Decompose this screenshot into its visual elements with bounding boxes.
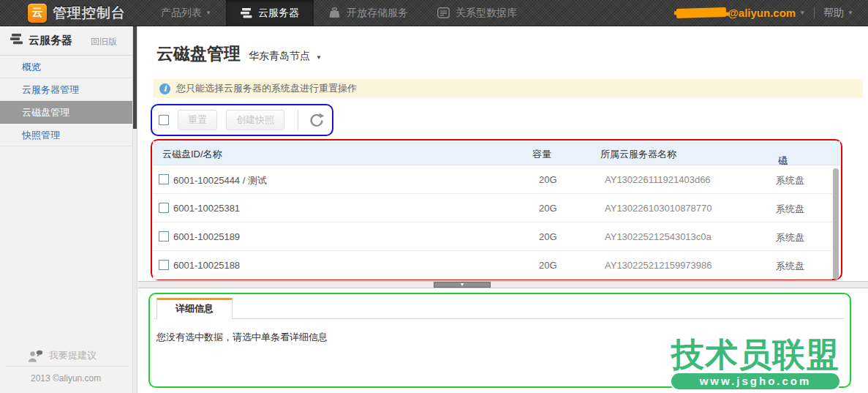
watermark: 技术员联盟 www.jsgho.com bbox=[671, 338, 839, 389]
splitter-handle[interactable]: ▼ bbox=[434, 282, 491, 288]
console-title: 管理控制台 bbox=[53, 4, 126, 23]
suggestion-link[interactable]: 我要提建议 bbox=[28, 349, 97, 362]
cell-disk-id: 6001-10025381 bbox=[173, 203, 240, 214]
nav-rds[interactable]: 关系型数据库 bbox=[423, 0, 532, 26]
sidebar-item-disk-mgmt[interactable]: 云磁盘管理 bbox=[0, 101, 137, 124]
sidebar-scrollbar[interactable] bbox=[132, 26, 137, 393]
cell-capacity: 20G bbox=[539, 231, 557, 242]
detail-tabbar: 详细信息 bbox=[154, 298, 845, 319]
refresh-icon bbox=[309, 113, 325, 128]
chevron-down-icon: ▼ bbox=[848, 10, 853, 16]
username-redacted[interactable] bbox=[676, 7, 726, 18]
page-header: 云磁盘管理 华东青岛节点 ▼ bbox=[156, 42, 322, 65]
cell-server: AY130225212543013c0a bbox=[605, 231, 712, 242]
aliyun-logo[interactable]: 云 管理控制台 bbox=[28, 4, 126, 23]
cell-server: AY130226103010878770 bbox=[605, 203, 712, 214]
cell-disk-type: 系统盘 bbox=[776, 174, 804, 187]
chevron-down-icon: ▼ bbox=[799, 10, 805, 16]
chevron-down-icon: ▼ bbox=[205, 10, 211, 16]
page-title: 云磁盘管理 bbox=[156, 42, 241, 65]
cell-disk-id: 6001-10025189 bbox=[173, 231, 240, 242]
sidebar: 云服务器 回旧版 概览 云服务器管理 云磁盘管理 快照管理 我要提建议 2013… bbox=[0, 26, 137, 393]
watermark-url: www.jsgho.com bbox=[671, 373, 839, 389]
storage-icon bbox=[328, 7, 341, 18]
sidebar-item-snapshot-mgmt[interactable]: 快照管理 bbox=[0, 124, 137, 146]
navbar-right: @aliyun.com ▼ 帮助 ▼ bbox=[676, 7, 853, 20]
table-row[interactable]: 6001-10025381 20G AY130226103010878770 系… bbox=[153, 194, 832, 222]
row-checkbox[interactable] bbox=[159, 231, 169, 242]
cell-capacity: 20G bbox=[539, 260, 557, 271]
info-icon: i bbox=[159, 83, 170, 94]
cell-disk-id: 6001-10025444 / 测试 bbox=[173, 174, 267, 187]
col-header-id: 云磁盘ID/名称 bbox=[162, 148, 222, 161]
person-speech-icon bbox=[28, 350, 43, 362]
sidebar-title: 云服务器 bbox=[29, 34, 72, 48]
help-menu[interactable]: 帮助 bbox=[823, 7, 844, 20]
cell-disk-type: 系统盘 bbox=[776, 231, 804, 244]
cell-disk-id: 6001-10025188 bbox=[173, 260, 240, 271]
sidebar-item-server-mgmt[interactable]: 云服务器管理 bbox=[0, 78, 137, 101]
server-icon bbox=[241, 8, 252, 18]
table-scrollbar-thumb[interactable] bbox=[833, 168, 839, 280]
main-content: 云磁盘管理 华东青岛节点 ▼ i 您只能选择云服务器的系统盘进行重置操作 重置 … bbox=[138, 26, 868, 393]
top-navbar: 云 管理控制台 产品列表 ▼ 云服务器 开放存储服务 bbox=[0, 0, 868, 26]
tab-detail-info[interactable]: 详细信息 bbox=[156, 298, 233, 319]
table-row[interactable]: 6001-10025189 20G AY130225212543013c0a 系… bbox=[153, 222, 832, 251]
col-header-capacity: 容量 bbox=[532, 148, 551, 161]
old-version-link[interactable]: 回旧版 bbox=[91, 36, 117, 48]
annotation-table-box: 云磁盘ID/名称 容量 所属云服务器名称 磁盘类型 ▼ 6001-1002544… bbox=[151, 139, 842, 280]
database-icon bbox=[437, 7, 450, 18]
toolbar-divider bbox=[298, 110, 298, 130]
console-window: 云 管理控制台 产品列表 ▼ 云服务器 开放存储服务 bbox=[0, 0, 868, 393]
detail-empty-message: 您没有选中数据，请选中单条看详细信息 bbox=[156, 331, 328, 344]
notice-text: 您只能选择云服务器的系统盘进行重置操作 bbox=[176, 82, 357, 95]
cell-capacity: 20G bbox=[539, 203, 557, 214]
sidebar-item-overview[interactable]: 概览 bbox=[0, 56, 137, 78]
chevron-down-icon: ▼ bbox=[316, 54, 322, 61]
nav-product-list[interactable]: 产品列表 ▼ bbox=[146, 0, 226, 26]
navbar-divider bbox=[814, 7, 815, 19]
col-header-server: 所属云服务器名称 bbox=[600, 148, 676, 161]
panel-splitter: ▼ bbox=[138, 281, 868, 288]
watermark-title: 技术员联盟 bbox=[671, 338, 839, 371]
annotation-toolbar-box: 重置 创建快照 bbox=[151, 104, 333, 136]
nav-cloud-server[interactable]: 云服务器 bbox=[226, 0, 314, 26]
table-row[interactable]: 6001-10025188 20G AY130225212159973986 系… bbox=[153, 251, 832, 280]
copyright: 2013 ©aliyun.com bbox=[6, 366, 128, 393]
notice-bar: i 您只能选择云服务器的系统盘进行重置操作 bbox=[154, 79, 863, 98]
row-checkbox[interactable] bbox=[159, 260, 169, 270]
cell-disk-type: 系统盘 bbox=[776, 203, 804, 216]
cell-server: AY130226111921403d66 bbox=[605, 174, 711, 185]
cell-capacity: 20G bbox=[539, 174, 557, 185]
sidebar-header: 云服务器 回旧版 bbox=[0, 26, 137, 56]
row-checkbox[interactable] bbox=[159, 203, 169, 213]
sidebar-scrollbar-thumb[interactable] bbox=[133, 26, 137, 129]
region-selector[interactable]: 华东青岛节点 ▼ bbox=[249, 50, 322, 63]
top-nav-menu: 产品列表 ▼ 云服务器 开放存储服务 关系型数据库 bbox=[146, 0, 532, 26]
row-checkbox[interactable] bbox=[159, 174, 169, 184]
sidebar-menu: 概览 云服务器管理 云磁盘管理 快照管理 bbox=[0, 56, 137, 146]
aliyun-cloud-icon: 云 bbox=[28, 4, 47, 23]
server-icon bbox=[10, 34, 23, 48]
table-row[interactable]: 6001-10025444 / 测试 20G AY130226111921403… bbox=[153, 165, 832, 194]
refresh-button[interactable] bbox=[309, 113, 325, 128]
reset-button[interactable]: 重置 bbox=[178, 110, 217, 130]
filter-caret-icon: ▼ bbox=[781, 154, 787, 161]
select-all-checkbox[interactable] bbox=[159, 115, 169, 125]
cell-disk-type: 系统盘 bbox=[776, 260, 804, 273]
nav-open-storage[interactable]: 开放存储服务 bbox=[314, 0, 423, 26]
cell-server: AY130225212159973986 bbox=[605, 260, 712, 271]
create-snapshot-button[interactable]: 创建快照 bbox=[226, 110, 284, 130]
user-account[interactable]: @aliyun.com bbox=[728, 7, 796, 19]
table-header: 云磁盘ID/名称 容量 所属云服务器名称 磁盘类型 ▼ bbox=[153, 141, 840, 165]
